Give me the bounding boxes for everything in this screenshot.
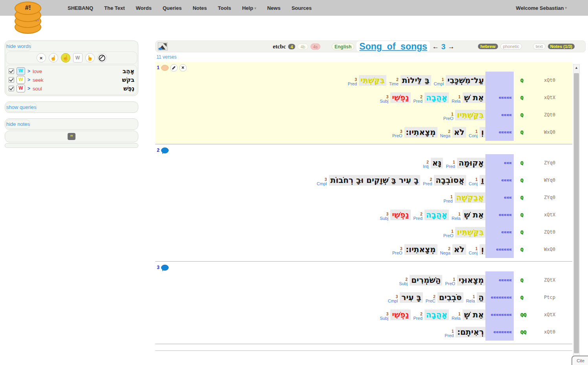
word-hebrew-lexeme: נֶפֶשׁ bbox=[123, 85, 134, 92]
next-chapter-arrow[interactable]: → bbox=[448, 42, 454, 50]
phrase-rela[interactable]: אֵת שֶׁ bbox=[463, 92, 485, 103]
phrase-conj[interactable]: וַ bbox=[480, 175, 485, 186]
word-label[interactable]: love bbox=[33, 68, 42, 74]
prev-chapter-arrow[interactable]: ← bbox=[432, 42, 439, 50]
phrase-conj[interactable]: וְ bbox=[480, 244, 485, 255]
phrase-intj[interactable]: נָּא bbox=[431, 158, 443, 168]
nav-item-news[interactable]: News bbox=[267, 5, 281, 11]
view-text-toggle[interactable]: text bbox=[533, 43, 546, 50]
phrase-pred[interactable]: אָקוּמָה bbox=[457, 158, 485, 168]
scrollbar-up-arrow-icon[interactable]: ▲ bbox=[573, 65, 579, 71]
phrase-conj[interactable]: וְ bbox=[480, 127, 485, 138]
cite-tab[interactable]: Cite bbox=[571, 356, 588, 365]
vertical-scrollbar[interactable]: ▲ bbox=[573, 64, 580, 365]
verse-close-icon[interactable]: × bbox=[179, 64, 187, 72]
phrase-cmpl[interactable]: בָ עִיר בַּ שְּׁוָקִים וּבָ רְחֹבוֹת bbox=[329, 175, 421, 186]
clause-row: אָקוּמָה1Predנָּא2Intj«««QZYq0 bbox=[155, 154, 572, 171]
view-notes-toggle[interactable]: Notes (1/3) bbox=[548, 44, 575, 49]
phrase-rela[interactable]: אֵת שֶׁ bbox=[463, 210, 485, 220]
phrase-preo[interactable]: מְצָאתִיו׃ bbox=[404, 244, 437, 255]
phrase-pred[interactable]: בִּקַּשְׁתִּי bbox=[359, 75, 386, 86]
word-checkbox[interactable] bbox=[9, 68, 14, 74]
word-expand-arrow[interactable]: > bbox=[28, 68, 30, 74]
phrase-preo[interactable]: מְצָאוּנִי bbox=[457, 275, 485, 286]
hide-words-button[interactable]: hide words bbox=[6, 42, 31, 51]
phrase-nega[interactable]: לֹא bbox=[452, 244, 466, 255]
hand-active-icon[interactable]: ☝ bbox=[61, 53, 70, 63]
version-4-pill[interactable]: 4 bbox=[288, 44, 295, 49]
phrase-function-label: Pred bbox=[413, 316, 423, 321]
chapter-number[interactable]: 3 bbox=[441, 42, 446, 51]
clause-row: בִּקַּשְׁתִּיו1PreO««««QZQt0 bbox=[155, 223, 572, 241]
nav-item-sources[interactable]: Sources bbox=[292, 5, 312, 11]
version-4s-pill[interactable]: 4s bbox=[311, 43, 321, 50]
shebanq-logo[interactable]: ויהי דבר אלהים #! bbox=[14, 2, 42, 34]
nav-item-notes[interactable]: Notes bbox=[193, 5, 207, 11]
script-phonetic-toggle[interactable]: phonetic bbox=[500, 43, 522, 50]
word-checkbox[interactable] bbox=[9, 86, 14, 91]
nav-item-queries[interactable]: Queries bbox=[163, 5, 182, 11]
phrase-subj[interactable]: נַפְשִׁי bbox=[390, 92, 410, 103]
show-queries-button[interactable]: show queries bbox=[6, 103, 37, 112]
nav-item-the-text[interactable]: The Text bbox=[104, 5, 125, 11]
words-panel: hide words ×☝☝W☝ W>loveאָהֵבW>seekבקשׁW>… bbox=[5, 41, 138, 96]
word-highlight-button[interactable]: W bbox=[17, 76, 25, 84]
phrase-pred[interactable]: אָהֲבָה bbox=[424, 310, 449, 320]
phrase-nega[interactable]: לֹא bbox=[452, 127, 466, 138]
phrase-cmpl[interactable]: עַל־מִשְׁכָּבִי bbox=[446, 75, 485, 86]
nav-item-words[interactable]: Words bbox=[136, 5, 152, 11]
phrase-pred[interactable]: אֲבַקְשָׁה bbox=[455, 192, 485, 203]
phrase-rela[interactable]: הַ bbox=[477, 292, 485, 303]
clause-type-code: WxQ0 bbox=[538, 247, 572, 252]
phrase-prec[interactable]: סֹּבְבִים bbox=[437, 292, 463, 303]
phrase-subj[interactable]: נַפְשִׁי bbox=[390, 210, 410, 220]
phrase-subj[interactable]: נַפְשִׁי bbox=[390, 310, 410, 320]
clause-hebrew-text: אֵת שֶׁ1Relaאָהֲבָה2Predנַפְשִׁי3Subj bbox=[157, 92, 485, 103]
script-hebrew-toggle[interactable]: hebrew bbox=[478, 44, 498, 49]
word-highlight-button[interactable]: W bbox=[17, 67, 25, 75]
nav-item-tools[interactable]: Tools bbox=[218, 5, 231, 11]
word-highlight-button[interactable]: W bbox=[17, 85, 25, 92]
phrase-function-label: Subj bbox=[380, 316, 388, 321]
word-hebrew-lexeme: בקשׁ bbox=[122, 76, 134, 83]
phrase-subj[interactable]: הַשֹּׁמְרִים bbox=[410, 275, 442, 286]
scrollbar-thumb[interactable] bbox=[574, 73, 579, 353]
nav-item-help[interactable]: Help▾ bbox=[242, 5, 256, 11]
nav-item-shebanq[interactable]: SHEBANQ bbox=[68, 5, 93, 11]
word-expand-arrow[interactable]: > bbox=[28, 77, 30, 83]
word-select-icon[interactable]: W bbox=[73, 53, 83, 63]
phrase-time[interactable]: בַּ לֵּילוֹת bbox=[401, 75, 431, 86]
phrase-function-annotation: 1Rela bbox=[452, 212, 461, 221]
verse-note-balloon-icon[interactable] bbox=[161, 65, 169, 71]
chapter-media-icon[interactable] bbox=[158, 42, 168, 51]
hand-alt-icon[interactable]: ☝ bbox=[85, 53, 95, 63]
phrase-rela[interactable]: אֵת שֶׁ bbox=[463, 310, 485, 320]
language-selector[interactable]: English bbox=[332, 43, 354, 50]
phrase-preo[interactable]: בִּקַּשְׁתִּיו bbox=[455, 110, 485, 120]
word-label[interactable]: seek bbox=[33, 77, 43, 83]
word-expand-arrow[interactable]: > bbox=[28, 86, 30, 91]
clause-hebrew-text: בִּקַּשְׁתִּיו1PreO bbox=[157, 227, 485, 238]
verse-edit-pencil-icon[interactable] bbox=[170, 64, 178, 72]
hand-icon[interactable]: ☝ bbox=[49, 53, 58, 63]
block-icon[interactable] bbox=[97, 53, 107, 63]
hide-notes-button[interactable]: hide notes bbox=[6, 120, 30, 129]
user-menu[interactable]: Welcome Sebastian ▾ bbox=[516, 0, 567, 16]
phrase-preo[interactable]: בִּקַּשְׁתִּיו bbox=[455, 227, 485, 238]
note-quote-icon[interactable]: ” bbox=[68, 133, 75, 140]
phrase-preo[interactable]: מְצָאתִיו׃ bbox=[404, 127, 437, 138]
clear-icon[interactable]: × bbox=[37, 53, 46, 63]
book-link[interactable]: Song_of_songs bbox=[356, 41, 430, 52]
phrase-pred[interactable]: רְאִיתֶם׃ bbox=[456, 327, 485, 337]
verse-note-balloon-icon[interactable] bbox=[161, 265, 169, 271]
phrase-pred[interactable]: אָהֲבָה bbox=[424, 92, 449, 103]
phrase-pred[interactable]: אָהֲבָה bbox=[424, 210, 449, 220]
word-checkbox[interactable] bbox=[9, 77, 14, 83]
top-navbar: SHEBANQThe TextWordsQueriesNotesToolsHel… bbox=[0, 0, 588, 16]
version-4b-pill[interactable]: 4b bbox=[298, 43, 308, 50]
phrase-pred[interactable]: אֲסוֹבְבָה bbox=[434, 175, 466, 186]
word-label[interactable]: soul bbox=[33, 86, 42, 92]
verse-note-balloon-icon[interactable] bbox=[161, 147, 169, 153]
clause-texttype-label: Q bbox=[514, 295, 538, 300]
phrase-cmpl[interactable]: בָּ עִיר bbox=[400, 292, 423, 303]
